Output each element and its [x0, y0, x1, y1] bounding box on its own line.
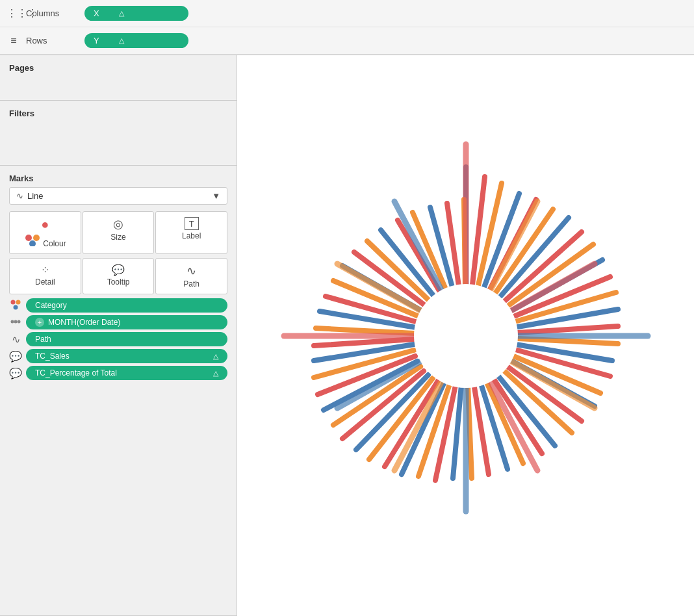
columns-icon: ⋮⋮⋮: [6, 7, 21, 19]
label-button[interactable]: T Label: [155, 211, 227, 254]
detail-label: Detail: [35, 277, 55, 287]
app-container: ⋮⋮⋮ Columns X △ ≡ Rows Y △ Pages Filte: [0, 0, 694, 616]
columns-label: Columns: [26, 8, 84, 18]
svg-point-5: [14, 305, 18, 309]
tcpct-field-icon: 💬: [9, 367, 22, 379]
line-wave-icon: ∿: [16, 191, 23, 201]
month-pill[interactable]: + MONTH(Order Date): [26, 315, 227, 329]
rows-pill[interactable]: Y △: [84, 33, 188, 48]
marks-fields: Category +: [9, 298, 227, 380]
colour-icon: ●: [12, 217, 78, 232]
svg-point-1: [33, 235, 40, 241]
marks-title: Marks: [9, 173, 227, 183]
category-field-icon: [9, 299, 22, 313]
filters-title: Filters: [9, 109, 227, 118]
path-field-icon: ∿: [9, 333, 22, 346]
dropdown-arrow-icon: ▼: [212, 191, 220, 201]
rows-icon: ≡: [6, 35, 21, 47]
field-row-category: Category: [9, 298, 227, 313]
svg-point-4: [16, 300, 21, 304]
colour-dots-icon: [24, 233, 41, 246]
tooltip-label: Tooltip: [107, 277, 130, 287]
size-label: Size: [110, 233, 125, 242]
tcpct-delta: △: [213, 369, 218, 378]
category-pill-label: Category: [35, 301, 67, 310]
path-icon: ∿: [159, 264, 224, 278]
field-row-tcsales: 💬 TC_Sales △: [9, 349, 227, 363]
svg-point-2: [29, 240, 36, 246]
svg-line-42: [518, 326, 618, 333]
chart-area: [237, 55, 694, 616]
columns-delta-icon: △: [119, 9, 124, 18]
size-icon: ◎: [86, 217, 151, 231]
path-label: Path: [183, 279, 199, 289]
pages-section: Pages: [0, 55, 237, 101]
sunburst-chart: [264, 109, 667, 563]
svg-point-6: [11, 320, 14, 323]
svg-point-8: [18, 320, 21, 323]
tcsales-field-icon: 💬: [9, 350, 22, 363]
tcsales-pill-label: TC_Sales: [35, 352, 70, 361]
marks-buttons-row1: ● Colour ◎ Size T Label: [9, 211, 227, 254]
path-pill[interactable]: Path: [26, 332, 227, 346]
svg-point-7: [14, 320, 18, 323]
svg-point-75: [414, 284, 518, 388]
left-panel: Pages Filters Marks ∿ Line ▼ ●: [0, 55, 237, 616]
pages-title: Pages: [9, 63, 227, 73]
columns-shelf: ⋮⋮⋮ Columns X △: [0, 0, 694, 27]
rows-pill-value: Y: [94, 36, 99, 45]
marks-section: Marks ∿ Line ▼ ●: [0, 166, 237, 616]
size-button[interactable]: ◎ Size: [83, 211, 155, 254]
tooltip-icon: 💬: [86, 264, 151, 276]
tcsales-delta: △: [213, 352, 218, 361]
svg-line-16: [518, 339, 618, 344]
radial-chart-svg: [264, 115, 667, 557]
top-bar: ⋮⋮⋮ Columns X △ ≡ Rows Y △: [0, 0, 694, 55]
svg-point-3: [11, 300, 16, 304]
tcsales-pill[interactable]: TC_Sales △: [26, 349, 227, 363]
tcpct-pill[interactable]: TC_Percentage of Total △: [26, 366, 227, 380]
svg-line-56: [316, 328, 415, 333]
columns-pill[interactable]: X △: [84, 6, 188, 21]
tooltip-button[interactable]: 💬 Tooltip: [83, 258, 155, 294]
marks-type-dropdown[interactable]: ∿ Line ▼: [9, 187, 227, 205]
category-pill[interactable]: Category: [26, 298, 227, 313]
columns-pill-value: X: [94, 8, 99, 18]
label-label: Label: [182, 231, 201, 240]
colour-button[interactable]: ● Colour: [9, 211, 81, 254]
filters-section: Filters: [0, 101, 237, 166]
marks-type-label: Line: [27, 191, 44, 201]
label-box-icon: T: [185, 217, 199, 230]
marks-buttons-row2: ⁘ Detail 💬 Tooltip ∿ Path: [9, 258, 227, 294]
colour-label: Colour: [43, 239, 66, 248]
field-row-tcpct: 💬 TC_Percentage of Total △: [9, 366, 227, 380]
tcpct-pill-label: TC_Percentage of Total: [35, 368, 117, 378]
main-area: Pages Filters Marks ∿ Line ▼ ●: [0, 55, 694, 616]
rows-shelf: ≡ Rows Y △: [0, 27, 694, 55]
detail-button[interactable]: ⁘ Detail: [9, 258, 81, 294]
rows-delta-icon: △: [119, 36, 124, 45]
path-button[interactable]: ∿ Path: [155, 258, 227, 294]
detail-icon: ⁘: [12, 264, 78, 276]
month-pill-label: MONTH(Order Date): [48, 318, 120, 327]
plus-icon: +: [35, 318, 44, 327]
svg-point-0: [25, 235, 32, 241]
path-pill-label: Path: [35, 335, 51, 344]
month-field-icon: [9, 316, 22, 329]
rows-label: Rows: [26, 36, 84, 45]
field-row-month: + MONTH(Order Date): [9, 315, 227, 329]
field-row-path: ∿ Path: [9, 332, 227, 346]
